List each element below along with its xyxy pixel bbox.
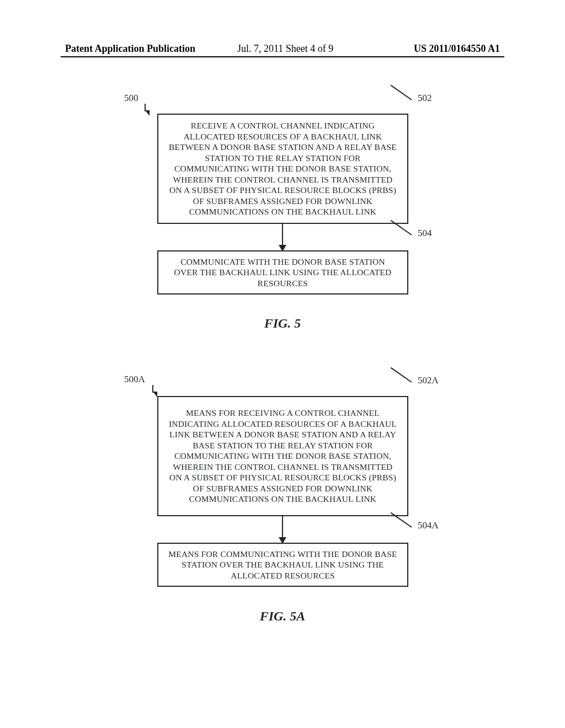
header-right: US 2011/0164550 A1 — [414, 43, 500, 55]
figure-5a-label: FIG. 5A — [0, 609, 565, 624]
patent-page: Patent Application Publication Jul. 7, 2… — [0, 0, 565, 728]
header-center: Jul. 7, 2011 Sheet 4 of 9 — [237, 43, 333, 55]
flow-box-502a-text: MEANS FOR RECEIVING A CONTROL CHANNEL IN… — [168, 408, 397, 505]
ref-504a: 504A — [418, 520, 439, 531]
flow-box-502-text: RECEIVE A CONTROL CHANNEL INDICATING ALL… — [168, 120, 397, 217]
leader-502 — [391, 85, 412, 100]
ref-500a: 500A — [124, 374, 145, 385]
flow-box-504a-text: MEANS FOR COMMUNICATING WITH THE DONOR B… — [168, 549, 397, 581]
figure-5: 500 502 RECEIVE A CONTROL CHANNEL INDICA… — [0, 93, 565, 374]
header-left: Patent Application Publication — [65, 43, 195, 55]
ref-502: 502 — [418, 93, 432, 104]
connector-5a — [282, 516, 283, 538]
flow-box-502: RECEIVE A CONTROL CHANNEL INDICATING ALL… — [157, 114, 408, 224]
ref-502a: 502A — [418, 375, 439, 386]
hook-500 — [145, 110, 150, 116]
hook-500a — [153, 392, 157, 397]
figure-5a: 500A 502A MEANS FOR RECEIVING A CONTROL … — [0, 374, 565, 683]
flow-box-504: COMMUNICATE WITH THE DONOR BASE STATION … — [157, 250, 408, 295]
ref-504: 504 — [418, 228, 432, 239]
flow-box-502a: MEANS FOR RECEIVING A CONTROL CHANNEL IN… — [157, 396, 408, 516]
flow-box-504a: MEANS FOR COMMUNICATING WITH THE DONOR B… — [157, 543, 408, 587]
figure-5-label: FIG. 5 — [0, 316, 565, 331]
header-rule — [61, 56, 504, 57]
flow-box-504-text: COMMUNICATE WITH THE DONOR BASE STATION … — [168, 256, 397, 289]
connector-5 — [282, 224, 283, 246]
ref-500: 500 — [124, 93, 138, 104]
